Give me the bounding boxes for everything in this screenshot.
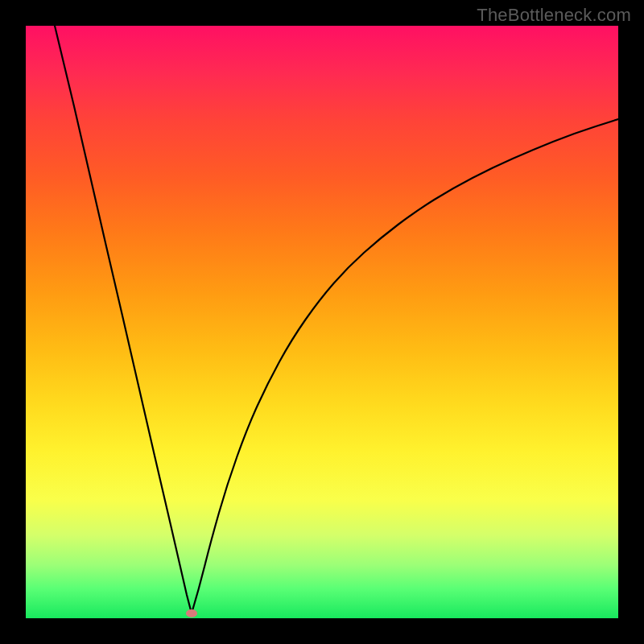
- curve-path: [55, 26, 618, 613]
- bottleneck-point-marker: [186, 609, 197, 617]
- bottleneck-curve: [26, 26, 618, 618]
- watermark-text: TheBottleneck.com: [477, 5, 631, 26]
- plot-area: [26, 26, 618, 618]
- chart-frame: TheBottleneck.com: [0, 0, 644, 644]
